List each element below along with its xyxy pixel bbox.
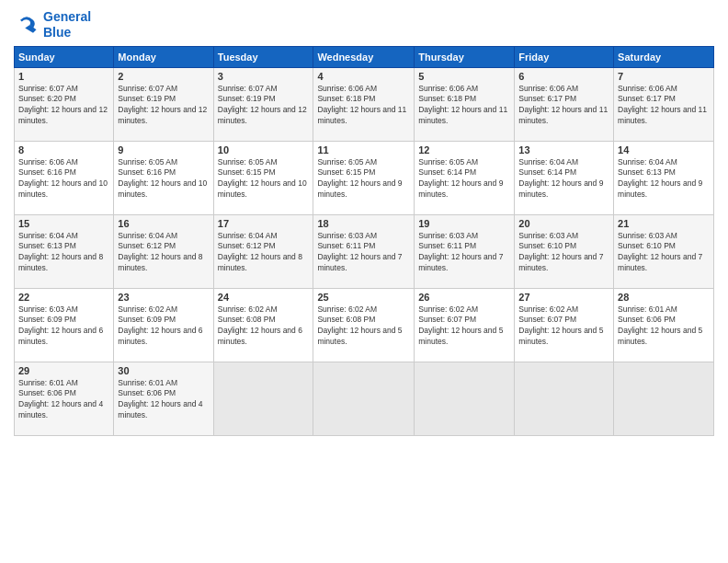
calendar-cell: 4Sunrise: 6:06 AMSunset: 6:18 PMDaylight… [313,67,415,141]
day-info: Sunrise: 6:03 AMSunset: 6:11 PMDaylight:… [317,231,410,275]
day-number: 1 [18,71,109,82]
day-info: Sunrise: 6:07 AMSunset: 6:19 PMDaylight:… [218,84,310,128]
day-number: 13 [518,144,609,155]
calendar-cell: 16Sunrise: 6:04 AMSunset: 6:12 PMDayligh… [114,214,213,288]
day-info: Sunrise: 6:04 AMSunset: 6:14 PMDaylight:… [518,157,609,201]
day-info: Sunrise: 6:06 AMSunset: 6:18 PMDaylight:… [418,84,510,128]
calendar-cell: 13Sunrise: 6:04 AMSunset: 6:14 PMDayligh… [515,141,614,214]
day-info: Sunrise: 6:07 AMSunset: 6:19 PMDaylight:… [118,84,209,128]
calendar-cell: 22Sunrise: 6:03 AMSunset: 6:09 PMDayligh… [15,288,114,362]
calendar-cell: 23Sunrise: 6:02 AMSunset: 6:09 PMDayligh… [114,288,213,362]
calendar-cell: 7Sunrise: 6:06 AMSunset: 6:17 PMDaylight… [614,67,714,141]
calendar-cell: 5Sunrise: 6:06 AMSunset: 6:18 PMDaylight… [415,67,515,141]
calendar-cell: 14Sunrise: 6:04 AMSunset: 6:13 PMDayligh… [614,141,714,214]
calendar-cell [213,362,313,435]
weekday-header-monday: Monday [114,46,213,67]
day-number: 8 [18,144,109,155]
calendar-cell: 11Sunrise: 6:05 AMSunset: 6:15 PMDayligh… [313,141,415,214]
week-row-5: 29Sunrise: 6:01 AMSunset: 6:06 PMDayligh… [15,362,714,435]
calendar-cell: 3Sunrise: 6:07 AMSunset: 6:19 PMDaylight… [213,67,313,141]
calendar-cell: 26Sunrise: 6:02 AMSunset: 6:07 PMDayligh… [415,288,515,362]
week-row-4: 22Sunrise: 6:03 AMSunset: 6:09 PMDayligh… [15,288,714,362]
weekday-header-thursday: Thursday [415,46,515,67]
day-number: 11 [317,144,410,155]
day-number: 23 [118,292,209,303]
calendar-cell: 17Sunrise: 6:04 AMSunset: 6:12 PMDayligh… [213,214,313,288]
calendar-cell [515,362,614,435]
calendar-cell: 30Sunrise: 6:01 AMSunset: 6:06 PMDayligh… [114,362,213,435]
day-number: 27 [518,292,609,303]
logo-icon [14,12,40,38]
day-info: Sunrise: 6:01 AMSunset: 6:06 PMDaylight:… [118,378,209,422]
day-number: 6 [518,71,609,82]
day-number: 15 [18,218,109,229]
day-info: Sunrise: 6:04 AMSunset: 6:12 PMDaylight:… [218,231,310,275]
page-container: General Blue SundayMondayTuesdayWednesda… [0,0,728,445]
calendar-cell [415,362,515,435]
day-info: Sunrise: 6:05 AMSunset: 6:14 PMDaylight:… [418,157,510,201]
day-number: 20 [518,218,609,229]
calendar-cell: 20Sunrise: 6:03 AMSunset: 6:10 PMDayligh… [515,214,614,288]
weekday-header-tuesday: Tuesday [213,46,313,67]
day-info: Sunrise: 6:02 AMSunset: 6:07 PMDaylight:… [518,304,609,349]
weekday-header-wednesday: Wednesday [313,46,415,67]
day-number: 26 [418,292,510,303]
day-number: 5 [418,71,510,82]
week-row-1: 1Sunrise: 6:07 AMSunset: 6:20 PMDaylight… [15,67,714,141]
calendar-table: SundayMondayTuesdayWednesdayThursdayFrid… [14,46,714,436]
weekday-header-sunday: Sunday [15,46,114,67]
day-info: Sunrise: 6:03 AMSunset: 6:10 PMDaylight:… [518,231,609,275]
day-number: 3 [218,71,310,82]
svg-rect-0 [14,12,40,38]
day-number: 22 [18,292,109,303]
day-info: Sunrise: 6:02 AMSunset: 6:08 PMDaylight:… [218,304,310,349]
day-number: 16 [118,218,209,229]
calendar-cell [614,362,714,435]
day-info: Sunrise: 6:05 AMSunset: 6:15 PMDaylight:… [218,157,310,201]
calendar-cell: 24Sunrise: 6:02 AMSunset: 6:08 PMDayligh… [213,288,313,362]
day-number: 29 [18,365,109,376]
header: General Blue [14,9,714,40]
day-info: Sunrise: 6:03 AMSunset: 6:09 PMDaylight:… [18,304,109,349]
day-info: Sunrise: 6:02 AMSunset: 6:08 PMDaylight:… [317,304,410,349]
weekday-header-row: SundayMondayTuesdayWednesdayThursdayFrid… [15,46,714,67]
day-info: Sunrise: 6:06 AMSunset: 6:16 PMDaylight:… [18,157,109,201]
day-number: 2 [118,71,209,82]
day-info: Sunrise: 6:03 AMSunset: 6:11 PMDaylight:… [418,231,510,275]
day-number: 18 [317,218,410,229]
day-number: 21 [618,218,710,229]
calendar-cell: 18Sunrise: 6:03 AMSunset: 6:11 PMDayligh… [313,214,415,288]
day-info: Sunrise: 6:01 AMSunset: 6:06 PMDaylight:… [18,378,109,422]
day-number: 30 [118,365,209,376]
weekday-header-friday: Friday [515,46,614,67]
calendar-cell: 27Sunrise: 6:02 AMSunset: 6:07 PMDayligh… [515,288,614,362]
day-info: Sunrise: 6:01 AMSunset: 6:06 PMDaylight:… [618,304,710,349]
calendar-cell: 12Sunrise: 6:05 AMSunset: 6:14 PMDayligh… [415,141,515,214]
day-number: 10 [218,144,310,155]
day-info: Sunrise: 6:07 AMSunset: 6:20 PMDaylight:… [18,84,109,128]
day-info: Sunrise: 6:02 AMSunset: 6:07 PMDaylight:… [418,304,510,349]
day-info: Sunrise: 6:04 AMSunset: 6:13 PMDaylight:… [618,157,710,201]
weekday-header-saturday: Saturday [614,46,714,67]
calendar-cell: 2Sunrise: 6:07 AMSunset: 6:19 PMDaylight… [114,67,213,141]
day-number: 4 [317,71,410,82]
day-info: Sunrise: 6:06 AMSunset: 6:18 PMDaylight:… [317,84,410,128]
day-number: 28 [618,292,710,303]
calendar-cell: 25Sunrise: 6:02 AMSunset: 6:08 PMDayligh… [313,288,415,362]
day-info: Sunrise: 6:06 AMSunset: 6:17 PMDaylight:… [618,84,710,128]
day-info: Sunrise: 6:03 AMSunset: 6:10 PMDaylight:… [618,231,710,275]
week-row-3: 15Sunrise: 6:04 AMSunset: 6:13 PMDayligh… [15,214,714,288]
calendar-cell: 28Sunrise: 6:01 AMSunset: 6:06 PMDayligh… [614,288,714,362]
day-number: 9 [118,144,209,155]
calendar-cell: 9Sunrise: 6:05 AMSunset: 6:16 PMDaylight… [114,141,213,214]
day-info: Sunrise: 6:04 AMSunset: 6:12 PMDaylight:… [118,231,209,275]
day-info: Sunrise: 6:05 AMSunset: 6:15 PMDaylight:… [317,157,410,201]
calendar-cell: 15Sunrise: 6:04 AMSunset: 6:13 PMDayligh… [15,214,114,288]
day-number: 17 [218,218,310,229]
logo: General Blue [14,9,91,40]
calendar-cell: 19Sunrise: 6:03 AMSunset: 6:11 PMDayligh… [415,214,515,288]
day-info: Sunrise: 6:06 AMSunset: 6:17 PMDaylight:… [518,84,609,128]
calendar-cell: 6Sunrise: 6:06 AMSunset: 6:17 PMDaylight… [515,67,614,141]
day-info: Sunrise: 6:02 AMSunset: 6:09 PMDaylight:… [118,304,209,349]
logo-text: General Blue [43,9,91,40]
